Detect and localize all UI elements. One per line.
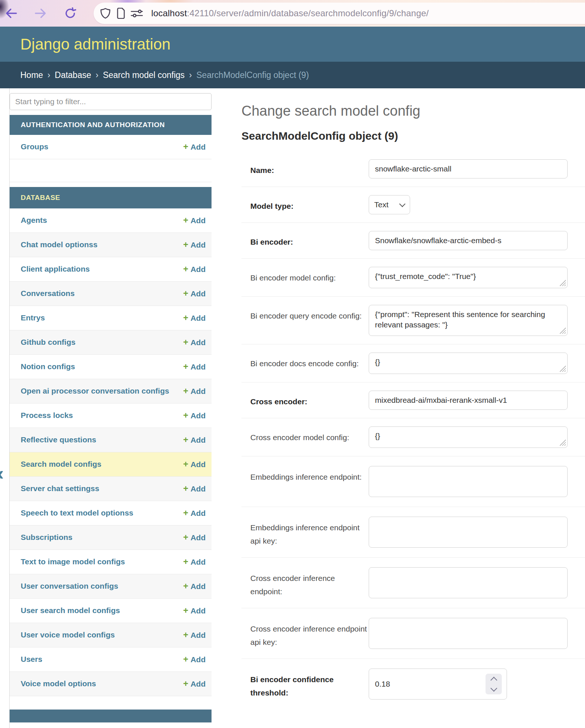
- plus-icon: +: [183, 215, 188, 225]
- sidebar-item-entrys: Entrys+Add: [10, 306, 212, 330]
- add-notion-configs-button[interactable]: +Add: [183, 361, 206, 372]
- browser-forward-button[interactable]: [33, 6, 48, 21]
- breadcrumb-separator: ›: [96, 70, 99, 80]
- bi-encoder-docs-encode-config-textarea[interactable]: [369, 353, 568, 374]
- sidebar-link-server-chat-settingss[interactable]: Server chat settingss: [21, 483, 183, 494]
- plus-icon: +: [183, 678, 188, 688]
- sidebar-link-groups[interactable]: Groups: [21, 141, 183, 152]
- add-users-button[interactable]: +Add: [183, 654, 206, 665]
- plus-icon: +: [183, 654, 188, 664]
- shield-icon[interactable]: [100, 8, 111, 19]
- field-label-embeddings-inference-endpoint-api-key: Embeddings inference endpoint api key:: [241, 517, 369, 548]
- field-row-name: Name:: [241, 151, 585, 187]
- add-groups-button[interactable]: +Add: [183, 141, 206, 153]
- model-type-select[interactable]: Text: [369, 195, 410, 214]
- plus-icon: +: [183, 435, 188, 445]
- sidebar-filter-input[interactable]: [10, 93, 212, 110]
- sidebar-section-database[interactable]: DATABASE: [10, 187, 212, 208]
- field-label-bi-encoder-docs-encode-config: Bi encoder docs encode config:: [241, 353, 369, 370]
- model-type-selected-value: Text: [374, 200, 400, 209]
- field-row-cross-encoder-inference-endpoint: Cross encoder inference endpoint:: [241, 557, 585, 608]
- sidebar-item-reflective-questions: Reflective questions+Add: [10, 428, 212, 452]
- bi-encoder-input[interactable]: [369, 231, 568, 250]
- sidebar-link-reflective-questions[interactable]: Reflective questions: [21, 434, 183, 445]
- breadcrumb-home[interactable]: Home: [20, 70, 43, 80]
- embeddings-inference-endpoint-input[interactable]: [369, 466, 568, 497]
- add-user-conversation-configs-button[interactable]: +Add: [183, 581, 206, 592]
- sidebar-link-text-to-image-model-configs[interactable]: Text to image model configs: [21, 556, 183, 567]
- sidebar-item-user-search-model-configs: User search model configs+Add: [10, 599, 212, 623]
- plus-icon: +: [183, 288, 188, 298]
- site-permissions-icon[interactable]: [131, 8, 143, 18]
- sidebar-link-subscriptions[interactable]: Subscriptions: [21, 532, 183, 543]
- sidebar-link-search-model-configs[interactable]: Search model configs: [21, 459, 183, 470]
- bi-encoder-query-encode-config-textarea[interactable]: [369, 305, 568, 336]
- field-label-cross-encoder-inference-endpoint: Cross encoder inference endpoint:: [241, 567, 369, 598]
- add-open-ai-processor-conversation-configs-button[interactable]: +Add: [183, 385, 206, 397]
- plus-icon: +: [183, 361, 188, 371]
- chevron-down-icon: [399, 201, 406, 207]
- sidebar-link-entrys[interactable]: Entrys: [21, 312, 183, 323]
- cross-encoder-model-config-textarea[interactable]: [369, 426, 568, 448]
- cross-encoder-input[interactable]: [369, 391, 568, 410]
- add-subscriptions-button[interactable]: +Add: [183, 532, 206, 543]
- field-label-cross-encoder-model-config: Cross encoder model config:: [241, 426, 369, 444]
- embeddings-inference-endpoint-api-key-input[interactable]: [369, 517, 568, 548]
- sidebar-link-voice-model-options[interactable]: Voice model options: [21, 678, 183, 689]
- field-control-cross-encoder: [369, 391, 585, 410]
- add-search-model-configs-button[interactable]: +Add: [183, 459, 206, 470]
- sidebar-link-agents[interactable]: Agents: [21, 215, 183, 226]
- browser-refresh-button[interactable]: [63, 6, 78, 21]
- sidebar-collapse-toggle[interactable]: ‹: [0, 466, 4, 481]
- sidebar-link-client-applications[interactable]: Client applications: [21, 263, 183, 275]
- browser-back-button[interactable]: [4, 6, 18, 21]
- sidebar-link-user-voice-model-configs[interactable]: User voice model configs: [21, 629, 183, 640]
- add-chat-model-optionss-button[interactable]: +Add: [183, 239, 206, 251]
- add-entrys-button[interactable]: +Add: [183, 312, 206, 324]
- address-bar[interactable]: localhost:42110/server/admin/database/se…: [94, 3, 585, 24]
- name-input[interactable]: [369, 159, 568, 178]
- bi-encoder-model-config-textarea[interactable]: [369, 267, 568, 288]
- field-row-cross-encoder-model-config: Cross encoder model config:: [241, 418, 585, 456]
- add-text-to-image-model-configs-button[interactable]: +Add: [183, 556, 206, 568]
- field-row-embeddings-inference-endpoint-api-key: Embeddings inference endpoint api key:: [241, 507, 585, 557]
- plus-icon: +: [183, 410, 188, 420]
- breadcrumb-search-model-configs[interactable]: Search model configs: [103, 70, 185, 80]
- add-reflective-questions-button[interactable]: +Add: [183, 434, 206, 446]
- cross-encoder-inference-endpoint-input[interactable]: [369, 567, 568, 598]
- sidebar-item-user-conversation-configs: User conversation configs+Add: [10, 574, 212, 599]
- site-title[interactable]: Django administration: [20, 35, 170, 53]
- sidebar-link-chat-model-optionss[interactable]: Chat model optionss: [21, 239, 183, 250]
- sidebar-link-process-locks[interactable]: Process locks: [21, 410, 183, 421]
- sidebar-link-github-configs[interactable]: Github configs: [21, 337, 183, 348]
- sidebar-item-user-voice-model-configs: User voice model configs+Add: [10, 623, 212, 647]
- bi-encoder-confidence-threshold-number-wrap: [369, 669, 507, 700]
- add-user-search-model-configs-button[interactable]: +Add: [183, 605, 206, 616]
- add-speech-to-text-model-optionss-button[interactable]: +Add: [183, 507, 206, 519]
- breadcrumb-database[interactable]: Database: [55, 70, 91, 80]
- sidebar-link-notion-configs[interactable]: Notion configs: [21, 361, 183, 372]
- add-agents-button[interactable]: +Add: [183, 215, 206, 226]
- sidebar-link-conversations[interactable]: Conversations: [21, 288, 183, 299]
- add-process-locks-button[interactable]: +Add: [183, 410, 206, 421]
- add-server-chat-settingss-button[interactable]: +Add: [183, 483, 206, 494]
- sidebar-link-user-conversation-configs[interactable]: User conversation configs: [21, 581, 183, 592]
- add-client-applications-button[interactable]: +Add: [183, 263, 206, 275]
- page-title: Change search model config: [241, 103, 585, 119]
- spinner-down-icon[interactable]: [490, 685, 497, 691]
- sidebar-link-open-ai-processor-conversation-configs[interactable]: Open ai processor conversation configs: [21, 385, 183, 397]
- bi-encoder-confidence-threshold-stepper[interactable]: [486, 674, 502, 694]
- spinner-up-icon[interactable]: [490, 677, 497, 683]
- add-github-configs-button[interactable]: +Add: [183, 337, 206, 348]
- sidebar-section-authentication-and-authorization[interactable]: AUTHENTICATION AND AUTHORIZATION: [10, 115, 212, 135]
- content-area: ‹ AUTHENTICATION AND AUTHORIZATIONGroups…: [0, 88, 585, 728]
- sidebar-link-speech-to-text-model-optionss[interactable]: Speech to text model optionss: [21, 507, 183, 518]
- sidebar-link-users[interactable]: Users: [21, 654, 183, 665]
- bi-encoder-query-encode-config-textarea-wrap: [369, 305, 568, 336]
- add-voice-model-options-button[interactable]: +Add: [183, 678, 206, 690]
- add-conversations-button[interactable]: +Add: [183, 288, 206, 299]
- sidebar-link-user-search-model-configs[interactable]: User search model configs: [21, 605, 183, 616]
- add-user-voice-model-configs-button[interactable]: +Add: [183, 629, 206, 641]
- plus-icon: +: [183, 142, 188, 152]
- cross-encoder-inference-endpoint-api-key-input[interactable]: [369, 618, 568, 649]
